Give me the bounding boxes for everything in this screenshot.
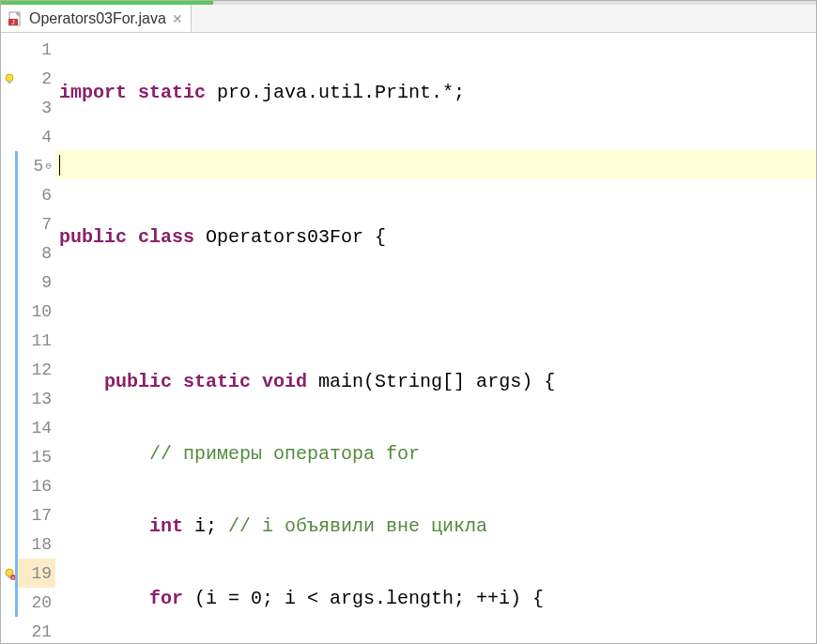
code-line-cursor xyxy=(55,150,816,179)
code-line: int i; // i объявили вне цикла xyxy=(55,512,816,541)
line-number: 20 xyxy=(15,588,55,617)
line-number: 8 xyxy=(15,238,55,268)
line-number: 3 xyxy=(18,93,55,122)
line-number: 4 xyxy=(18,122,55,151)
line-number: 12 xyxy=(15,355,55,384)
line-number: 21 xyxy=(18,617,55,644)
java-file-icon: J xyxy=(8,11,23,26)
line-number: 5⊖ xyxy=(15,151,55,180)
line-number: 13 xyxy=(15,384,55,413)
code-line: public class Operators03For { xyxy=(55,222,816,252)
code-line xyxy=(55,295,816,324)
line-number: 10 xyxy=(15,297,55,326)
code-line: for (i = 0; i < args.length; ++i) { xyxy=(55,584,816,613)
line-number: 18 xyxy=(15,529,55,559)
code-line: public static void main(String[] args) { xyxy=(55,367,816,396)
line-number: 14 xyxy=(15,413,55,442)
editor-area: x 1 2 3 4 5⊖ 6 7 8 9 10 11 12 13 14 15 1… xyxy=(1,33,816,643)
svg-text:J: J xyxy=(11,19,15,25)
svg-point-3 xyxy=(6,74,13,82)
line-number: 11 xyxy=(15,326,55,355)
line-number: 17 xyxy=(15,500,55,529)
code-area[interactable]: import static pro.java.util.Print.*; pub… xyxy=(55,33,816,643)
fold-icon[interactable]: ⊖ xyxy=(45,160,52,172)
line-number: 19 xyxy=(15,559,55,588)
line-number: 9 xyxy=(15,268,55,297)
tab-bar: J Operators03For.java ✕ xyxy=(1,5,816,33)
line-number: 6 xyxy=(15,180,55,209)
tab-filename: Operators03For.java xyxy=(29,10,166,27)
lightbulb-icon[interactable] xyxy=(1,64,18,93)
line-number: 1 xyxy=(18,35,55,64)
line-number: 15 xyxy=(15,442,55,471)
line-number: 7 xyxy=(15,209,55,238)
svg-rect-4 xyxy=(8,81,11,84)
code-line: import static pro.java.util.Print.*; xyxy=(55,78,816,107)
line-number: 2 xyxy=(18,64,55,93)
close-icon[interactable]: ✕ xyxy=(172,11,183,26)
line-number-gutter[interactable]: 1 2 3 4 5⊖ 6 7 8 9 10 11 12 13 14 15 16 … xyxy=(18,33,55,643)
file-tab[interactable]: J Operators03For.java ✕ xyxy=(1,5,192,32)
code-line: // примеры оператора for xyxy=(55,439,816,468)
line-number: 16 xyxy=(15,471,55,500)
text-caret xyxy=(59,155,60,176)
